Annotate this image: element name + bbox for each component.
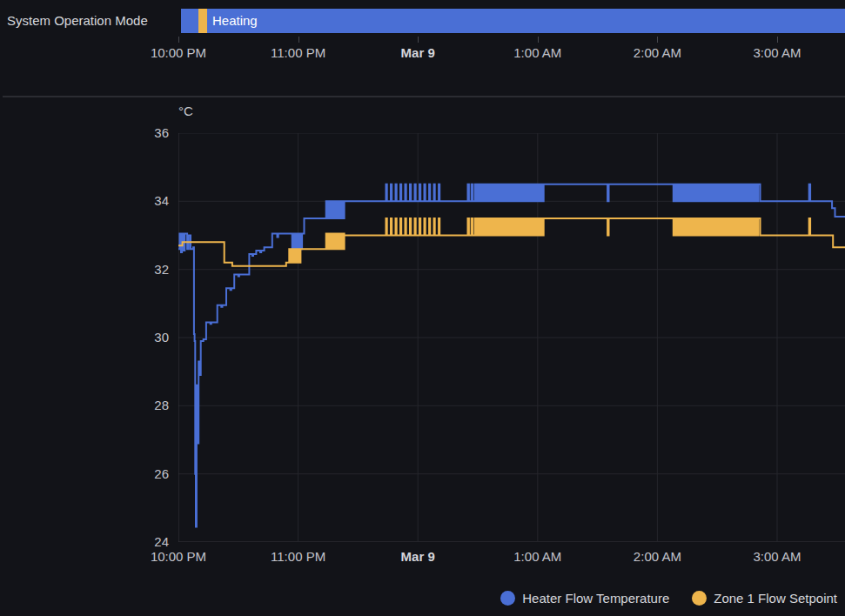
- bottom-axis-label: 1:00 AM: [513, 549, 561, 564]
- top-axis-tick: [538, 37, 539, 43]
- y-axis-label: 32: [131, 261, 169, 278]
- y-axis-label: 28: [131, 397, 169, 414]
- top-axis-label: 3:00 AM: [753, 45, 801, 60]
- legend-item[interactable]: Heater Flow Temperature: [500, 591, 669, 606]
- top-axis-label: Mar 9: [401, 45, 435, 60]
- plot-area[interactable]: [178, 133, 845, 542]
- top-axis-tick: [178, 37, 179, 43]
- top-axis-tick: [298, 37, 299, 43]
- top-axis-label: 10:00 PM: [151, 45, 206, 60]
- top-axis-label: 1:00 AM: [513, 45, 561, 60]
- mode-bar-segment[interactable]: [198, 9, 207, 33]
- bottom-axis-label: 11:00 PM: [271, 549, 325, 564]
- chart-legend: Heater Flow TemperatureZone 1 Flow Setpo…: [500, 585, 837, 611]
- legend-item[interactable]: Zone 1 Flow Setpoint: [692, 591, 837, 606]
- top-axis-tick: [657, 37, 658, 43]
- legend-label: Zone 1 Flow Setpoint: [714, 591, 837, 606]
- y-axis-label: 30: [131, 329, 169, 346]
- bottom-axis-label: 3:00 AM: [753, 549, 801, 564]
- dashboard: { "colors": { "background": "#121318", "…: [0, 0, 845, 616]
- top-axis-tick: [777, 37, 778, 43]
- legend-dot-icon: [692, 591, 707, 606]
- y-axis-label: 24: [131, 533, 169, 551]
- state-timeline-bar[interactable]: Heating: [178, 9, 845, 33]
- bottom-axis-label: 2:00 AM: [634, 549, 681, 564]
- legend-dot-icon: [500, 591, 515, 606]
- timeline-panel-label: System Operation Mode: [7, 13, 148, 28]
- bottom-axis-label: Mar 9: [401, 549, 435, 564]
- legend-label: Heater Flow Temperature: [522, 591, 669, 606]
- y-axis-label: 26: [131, 465, 169, 483]
- top-axis-label: 2:00 AM: [634, 45, 681, 60]
- y-axis-unit-label: °C: [178, 104, 193, 118]
- mode-bar-segment[interactable]: [181, 9, 198, 33]
- mode-bar-segment[interactable]: Heating: [207, 9, 845, 33]
- y-axis-label: 34: [131, 192, 169, 210]
- y-axis-label: 36: [131, 124, 169, 142]
- bottom-axis-label: 10:00 PM: [151, 549, 206, 564]
- top-axis-tick: [418, 37, 419, 43]
- panel-divider: [3, 96, 845, 97]
- zone-1-flow-setpoint-line: [178, 218, 845, 266]
- top-axis-label: 11:00 PM: [271, 45, 325, 60]
- mode-bar-segment-label: Heating: [207, 9, 845, 33]
